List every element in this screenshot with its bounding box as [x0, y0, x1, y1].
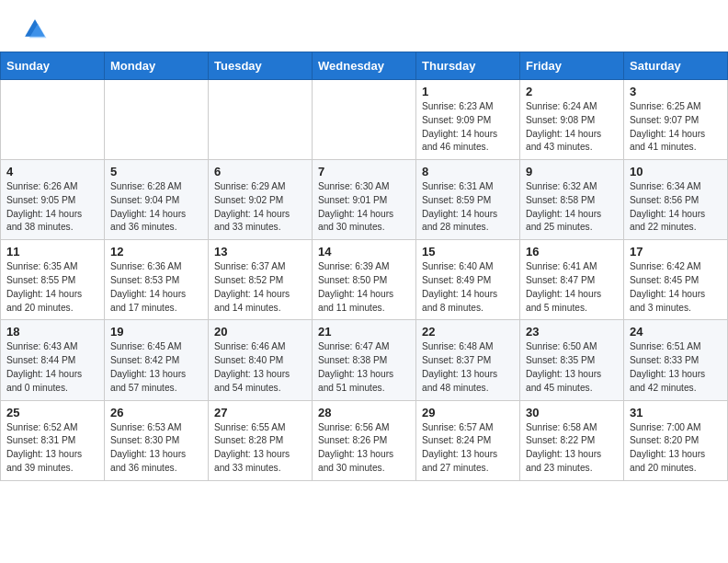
day-content: Sunrise: 6:48 AM Sunset: 8:37 PM Dayligh… — [422, 340, 514, 395]
day-content: Sunrise: 6:40 AM Sunset: 8:49 PM Dayligh… — [422, 260, 514, 315]
calendar-wrapper: SundayMondayTuesdayWednesdayThursdayFrid… — [0, 52, 728, 490]
day-content: Sunrise: 6:58 AM Sunset: 8:22 PM Dayligh… — [526, 421, 618, 476]
logo — [22, 17, 51, 42]
header-day: Tuesday — [209, 52, 313, 80]
calendar-cell: 7Sunrise: 6:30 AM Sunset: 9:01 PM Daylig… — [313, 160, 416, 240]
day-content: Sunrise: 6:45 AM Sunset: 8:42 PM Dayligh… — [110, 340, 202, 395]
calendar-cell: 14Sunrise: 6:39 AM Sunset: 8:50 PM Dayli… — [313, 240, 416, 320]
day-number: 4 — [6, 165, 98, 178]
calendar-cell: 27Sunrise: 6:55 AM Sunset: 8:28 PM Dayli… — [209, 400, 313, 480]
calendar-cell: 8Sunrise: 6:31 AM Sunset: 8:59 PM Daylig… — [416, 160, 520, 240]
day-number: 17 — [630, 245, 722, 259]
day-content: Sunrise: 6:51 AM Sunset: 8:33 PM Dayligh… — [630, 340, 722, 395]
day-content: Sunrise: 6:31 AM Sunset: 8:59 PM Dayligh… — [422, 180, 514, 235]
day-content: Sunrise: 6:28 AM Sunset: 9:04 PM Dayligh… — [110, 180, 202, 235]
header-day: Sunday — [1, 52, 105, 80]
day-content: Sunrise: 6:30 AM Sunset: 9:01 PM Dayligh… — [318, 180, 410, 235]
header-row: SundayMondayTuesdayWednesdayThursdayFrid… — [1, 52, 728, 80]
calendar-body: 1Sunrise: 6:23 AM Sunset: 9:09 PM Daylig… — [1, 80, 728, 481]
calendar-cell: 12Sunrise: 6:36 AM Sunset: 8:53 PM Dayli… — [105, 240, 209, 320]
calendar-row: 18Sunrise: 6:43 AM Sunset: 8:44 PM Dayli… — [1, 320, 728, 400]
day-content: Sunrise: 6:24 AM Sunset: 9:08 PM Dayligh… — [526, 100, 618, 155]
calendar-cell: 15Sunrise: 6:40 AM Sunset: 8:49 PM Dayli… — [416, 240, 520, 320]
day-number: 29 — [422, 406, 514, 419]
day-content: Sunrise: 7:00 AM Sunset: 8:20 PM Dayligh… — [630, 421, 722, 476]
calendar-cell: 1Sunrise: 6:23 AM Sunset: 9:09 PM Daylig… — [416, 80, 520, 160]
day-content: Sunrise: 6:34 AM Sunset: 8:56 PM Dayligh… — [630, 180, 722, 235]
day-content: Sunrise: 6:29 AM Sunset: 9:02 PM Dayligh… — [214, 180, 306, 235]
calendar-cell: 13Sunrise: 6:37 AM Sunset: 8:52 PM Dayli… — [209, 240, 313, 320]
day-content: Sunrise: 6:55 AM Sunset: 8:28 PM Dayligh… — [214, 421, 306, 476]
calendar-cell: 31Sunrise: 7:00 AM Sunset: 8:20 PM Dayli… — [624, 400, 728, 480]
calendar-cell: 23Sunrise: 6:50 AM Sunset: 8:35 PM Dayli… — [520, 320, 624, 400]
calendar-header: SundayMondayTuesdayWednesdayThursdayFrid… — [1, 52, 728, 80]
calendar-cell: 18Sunrise: 6:43 AM Sunset: 8:44 PM Dayli… — [1, 320, 105, 400]
logo-icon — [22, 17, 48, 42]
day-content: Sunrise: 6:37 AM Sunset: 8:52 PM Dayligh… — [214, 260, 306, 315]
calendar-row: 25Sunrise: 6:52 AM Sunset: 8:31 PM Dayli… — [1, 400, 728, 480]
day-number: 21 — [318, 325, 410, 339]
day-number: 6 — [214, 165, 306, 178]
calendar-cell: 4Sunrise: 6:26 AM Sunset: 9:05 PM Daylig… — [1, 160, 105, 240]
day-number: 11 — [6, 245, 98, 259]
day-content: Sunrise: 6:43 AM Sunset: 8:44 PM Dayligh… — [6, 340, 98, 395]
day-content: Sunrise: 6:23 AM Sunset: 9:09 PM Dayligh… — [422, 100, 514, 155]
day-number: 19 — [110, 325, 202, 339]
day-content: Sunrise: 6:42 AM Sunset: 8:45 PM Dayligh… — [630, 260, 722, 315]
calendar-cell: 17Sunrise: 6:42 AM Sunset: 8:45 PM Dayli… — [624, 240, 728, 320]
day-number: 28 — [318, 406, 410, 419]
header-day: Saturday — [624, 52, 728, 80]
day-content: Sunrise: 6:35 AM Sunset: 8:55 PM Dayligh… — [6, 260, 98, 315]
day-number: 3 — [630, 85, 722, 98]
calendar-cell: 11Sunrise: 6:35 AM Sunset: 8:55 PM Dayli… — [1, 240, 105, 320]
day-number: 9 — [526, 165, 618, 178]
calendar-cell — [1, 80, 105, 160]
page-header — [0, 0, 728, 52]
day-number: 14 — [318, 245, 410, 259]
day-content: Sunrise: 6:57 AM Sunset: 8:24 PM Dayligh… — [422, 421, 514, 476]
day-content: Sunrise: 6:32 AM Sunset: 8:58 PM Dayligh… — [526, 180, 618, 235]
calendar-cell: 25Sunrise: 6:52 AM Sunset: 8:31 PM Dayli… — [1, 400, 105, 480]
calendar-cell: 9Sunrise: 6:32 AM Sunset: 8:58 PM Daylig… — [520, 160, 624, 240]
calendar-cell: 29Sunrise: 6:57 AM Sunset: 8:24 PM Dayli… — [416, 400, 520, 480]
calendar-row: 1Sunrise: 6:23 AM Sunset: 9:09 PM Daylig… — [1, 80, 728, 160]
header-day: Monday — [105, 52, 209, 80]
calendar-cell: 26Sunrise: 6:53 AM Sunset: 8:30 PM Dayli… — [105, 400, 209, 480]
day-number: 31 — [630, 406, 722, 419]
calendar-cell — [313, 80, 416, 160]
day-number: 5 — [110, 165, 202, 178]
calendar-row: 11Sunrise: 6:35 AM Sunset: 8:55 PM Dayli… — [1, 240, 728, 320]
calendar-table: SundayMondayTuesdayWednesdayThursdayFrid… — [0, 52, 728, 481]
day-number: 1 — [422, 85, 514, 98]
day-content: Sunrise: 6:39 AM Sunset: 8:50 PM Dayligh… — [318, 260, 410, 315]
calendar-cell: 16Sunrise: 6:41 AM Sunset: 8:47 PM Dayli… — [520, 240, 624, 320]
calendar-cell: 28Sunrise: 6:56 AM Sunset: 8:26 PM Dayli… — [313, 400, 416, 480]
day-number: 15 — [422, 245, 514, 259]
header-day: Wednesday — [313, 52, 416, 80]
header-day: Friday — [520, 52, 624, 80]
day-number: 2 — [526, 85, 618, 98]
day-number: 27 — [214, 406, 306, 419]
day-number: 30 — [526, 406, 618, 419]
day-number: 22 — [422, 325, 514, 339]
calendar-cell: 30Sunrise: 6:58 AM Sunset: 8:22 PM Dayli… — [520, 400, 624, 480]
day-number: 7 — [318, 165, 410, 178]
day-number: 10 — [630, 165, 722, 178]
calendar-cell: 20Sunrise: 6:46 AM Sunset: 8:40 PM Dayli… — [209, 320, 313, 400]
day-content: Sunrise: 6:53 AM Sunset: 8:30 PM Dayligh… — [110, 421, 202, 476]
day-number: 13 — [214, 245, 306, 259]
day-number: 25 — [6, 406, 98, 419]
day-number: 18 — [6, 325, 98, 339]
calendar-cell — [209, 80, 313, 160]
day-number: 26 — [110, 406, 202, 419]
day-content: Sunrise: 6:50 AM Sunset: 8:35 PM Dayligh… — [526, 340, 618, 395]
day-number: 20 — [214, 325, 306, 339]
calendar-cell: 6Sunrise: 6:29 AM Sunset: 9:02 PM Daylig… — [209, 160, 313, 240]
day-content: Sunrise: 6:52 AM Sunset: 8:31 PM Dayligh… — [6, 421, 98, 476]
day-number: 8 — [422, 165, 514, 178]
calendar-cell: 21Sunrise: 6:47 AM Sunset: 8:38 PM Dayli… — [313, 320, 416, 400]
calendar-cell: 2Sunrise: 6:24 AM Sunset: 9:08 PM Daylig… — [520, 80, 624, 160]
day-number: 24 — [630, 325, 722, 339]
calendar-cell: 22Sunrise: 6:48 AM Sunset: 8:37 PM Dayli… — [416, 320, 520, 400]
calendar-cell: 24Sunrise: 6:51 AM Sunset: 8:33 PM Dayli… — [624, 320, 728, 400]
